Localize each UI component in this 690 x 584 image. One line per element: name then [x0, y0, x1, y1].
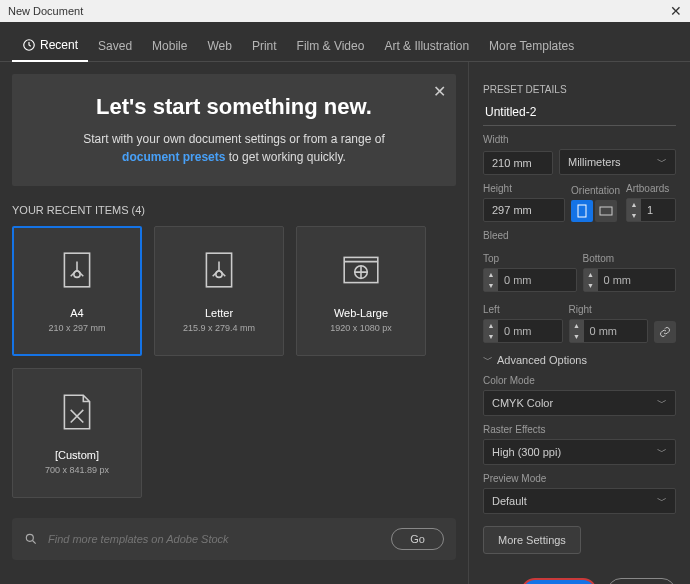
tab-art-illustration[interactable]: Art & Illustration — [374, 30, 479, 61]
bleed-right-input[interactable]: ▲▼0 mm — [569, 319, 649, 343]
height-label: Height — [483, 183, 565, 194]
close-button[interactable]: Close — [607, 578, 676, 584]
orientation-landscape-button[interactable] — [595, 200, 617, 222]
custom-icon — [56, 391, 98, 433]
artboards-label: Artboards — [626, 183, 676, 194]
svg-line-9 — [33, 541, 36, 544]
tab-saved[interactable]: Saved — [88, 30, 142, 61]
units-select[interactable]: Millimeters﹀ — [559, 149, 676, 175]
search-icon — [24, 532, 38, 546]
chevron-down-icon: ﹀ — [657, 445, 667, 459]
preset-letter[interactable]: Letter 215.9 x 279.4 mm — [154, 226, 284, 356]
preview-mode-select[interactable]: Default﹀ — [483, 488, 676, 514]
search-input[interactable] — [48, 533, 381, 545]
web-icon — [340, 249, 382, 291]
tab-web[interactable]: Web — [197, 30, 241, 61]
preset-details-header: PRESET DETAILS — [483, 84, 676, 95]
tab-recent[interactable]: Recent — [12, 30, 88, 62]
orientation-portrait-button[interactable] — [571, 200, 593, 222]
go-button[interactable]: Go — [391, 528, 444, 550]
document-name-input[interactable] — [483, 99, 676, 126]
bleed-top-input[interactable]: ▲▼0 mm — [483, 268, 577, 292]
advanced-options-toggle[interactable]: ﹀Advanced Options — [483, 353, 676, 367]
document-icon — [56, 249, 98, 291]
artboards-input[interactable]: ▲▼ 1 — [626, 198, 676, 222]
height-input[interactable] — [483, 198, 565, 222]
banner-heading: Let's start something new. — [42, 94, 426, 120]
welcome-banner: ✕ Let's start something new. Start with … — [12, 74, 456, 186]
bleed-left-input[interactable]: ▲▼0 mm — [483, 319, 563, 343]
chevron-down-icon: ﹀ — [657, 155, 667, 169]
color-mode-select[interactable]: CMYK Color﹀ — [483, 390, 676, 416]
portrait-icon — [577, 204, 587, 218]
more-settings-button[interactable]: More Settings — [483, 526, 581, 554]
landscape-icon — [599, 206, 613, 216]
width-label: Width — [483, 134, 676, 145]
window-title: New Document — [8, 5, 83, 17]
search-bar: Go — [12, 518, 456, 560]
tab-more-templates[interactable]: More Templates — [479, 30, 584, 61]
bleed-label: Bleed — [483, 230, 676, 241]
banner-text: Start with your own document settings or… — [42, 130, 426, 166]
document-icon — [198, 249, 240, 291]
stepper-up-icon[interactable]: ▲ — [627, 199, 641, 210]
document-presets-link[interactable]: document presets — [122, 150, 225, 164]
create-button[interactable]: Create — [521, 578, 597, 584]
link-icon — [659, 326, 671, 338]
tab-film-video[interactable]: Film & Video — [287, 30, 375, 61]
raster-effects-select[interactable]: High (300 ppi)﹀ — [483, 439, 676, 465]
recent-items-header: YOUR RECENT ITEMS (4) — [12, 204, 456, 216]
svg-rect-10 — [578, 205, 586, 217]
preset-web-large[interactable]: Web-Large 1920 x 1080 px — [296, 226, 426, 356]
preset-grid: A4 210 x 297 mm Letter 215.9 x 279.4 mm … — [12, 226, 456, 498]
stepper-down-icon[interactable]: ▼ — [627, 210, 641, 221]
svg-rect-11 — [600, 207, 612, 215]
svg-point-2 — [74, 271, 80, 277]
svg-point-4 — [216, 271, 222, 277]
chevron-down-icon: ﹀ — [657, 396, 667, 410]
window-titlebar: New Document ✕ — [0, 0, 690, 22]
orientation-label: Orientation — [571, 185, 620, 196]
link-bleed-button[interactable] — [654, 321, 676, 343]
width-input[interactable] — [483, 151, 553, 175]
chevron-down-icon: ﹀ — [657, 494, 667, 508]
category-tabs: Recent Saved Mobile Web Print Film & Vid… — [0, 22, 690, 62]
tab-mobile[interactable]: Mobile — [142, 30, 197, 61]
banner-close-icon[interactable]: ✕ — [433, 82, 446, 101]
preset-custom[interactable]: [Custom] 700 x 841.89 px — [12, 368, 142, 498]
chevron-down-icon: ﹀ — [483, 353, 493, 367]
window-close-icon[interactable]: ✕ — [670, 3, 682, 19]
svg-point-8 — [26, 534, 33, 541]
tab-print[interactable]: Print — [242, 30, 287, 61]
clock-icon — [22, 38, 36, 52]
bleed-bottom-input[interactable]: ▲▼0 mm — [583, 268, 677, 292]
preset-a4[interactable]: A4 210 x 297 mm — [12, 226, 142, 356]
